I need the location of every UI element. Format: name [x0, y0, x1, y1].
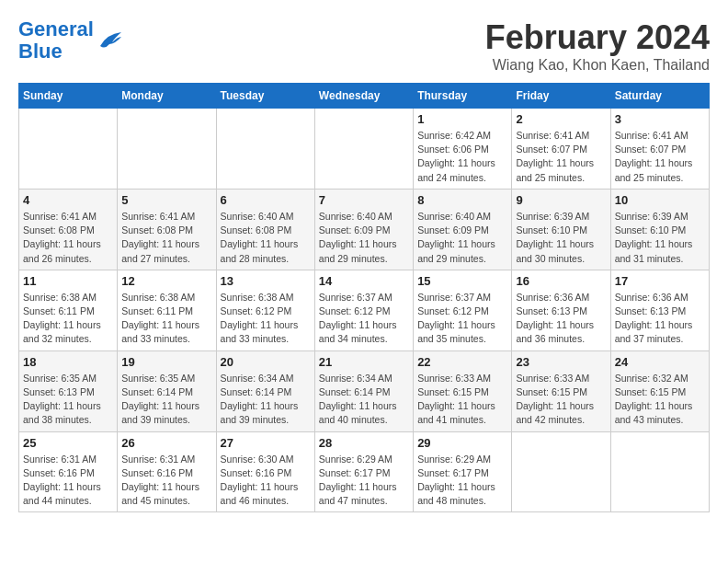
- weekday-header: Monday: [118, 84, 216, 109]
- month-title: February 2024: [485, 18, 710, 57]
- calendar-week-row: 25Sunrise: 6:31 AM Sunset: 6:16 PM Dayli…: [19, 431, 710, 512]
- calendar-cell: 9Sunrise: 6:39 AM Sunset: 6:10 PM Daylig…: [512, 189, 610, 270]
- day-number: 12: [121, 274, 211, 288]
- weekday-header: Thursday: [414, 84, 512, 109]
- day-info: Sunrise: 6:39 AM Sunset: 6:10 PM Dayligh…: [516, 210, 606, 266]
- calendar-cell: [610, 431, 709, 512]
- day-number: 27: [221, 436, 311, 450]
- calendar-cell: [216, 109, 314, 190]
- calendar-cell: 6Sunrise: 6:40 AM Sunset: 6:08 PM Daylig…: [216, 189, 314, 270]
- day-number: 29: [417, 436, 507, 450]
- day-number: 22: [417, 355, 507, 369]
- day-info: Sunrise: 6:41 AM Sunset: 6:08 PM Dayligh…: [23, 210, 113, 266]
- calendar-cell: 20Sunrise: 6:34 AM Sunset: 6:14 PM Dayli…: [216, 350, 314, 431]
- day-number: 20: [221, 355, 311, 369]
- day-info: Sunrise: 6:30 AM Sunset: 6:16 PM Dayligh…: [221, 453, 311, 509]
- day-number: 15: [417, 274, 507, 288]
- day-info: Sunrise: 6:31 AM Sunset: 6:16 PM Dayligh…: [121, 453, 211, 509]
- calendar-cell: [512, 431, 610, 512]
- day-info: Sunrise: 6:33 AM Sunset: 6:15 PM Dayligh…: [516, 372, 606, 428]
- day-info: Sunrise: 6:41 AM Sunset: 6:08 PM Dayligh…: [121, 210, 211, 266]
- calendar-cell: 27Sunrise: 6:30 AM Sunset: 6:16 PM Dayli…: [216, 431, 314, 512]
- day-number: 24: [615, 355, 705, 369]
- day-info: Sunrise: 6:36 AM Sunset: 6:13 PM Dayligh…: [516, 291, 606, 347]
- logo-bird-icon: [96, 29, 123, 52]
- calendar-cell: 8Sunrise: 6:40 AM Sunset: 6:09 PM Daylig…: [414, 189, 512, 270]
- day-number: 3: [615, 112, 705, 126]
- day-info: Sunrise: 6:38 AM Sunset: 6:11 PM Dayligh…: [121, 291, 211, 347]
- day-number: 10: [615, 193, 705, 207]
- calendar-cell: 16Sunrise: 6:36 AM Sunset: 6:13 PM Dayli…: [512, 270, 610, 350]
- calendar-cell: 1Sunrise: 6:42 AM Sunset: 6:06 PM Daylig…: [414, 109, 512, 190]
- calendar-cell: 19Sunrise: 6:35 AM Sunset: 6:14 PM Dayli…: [118, 350, 216, 431]
- calendar-cell: [19, 109, 118, 190]
- calendar-table: SundayMondayTuesdayWednesdayThursdayFrid…: [18, 83, 710, 512]
- title-block: February 2024 Wiang Kao, Khon Kaen, Thai…: [485, 18, 710, 74]
- weekday-header: Sunday: [19, 84, 118, 109]
- day-info: Sunrise: 6:42 AM Sunset: 6:06 PM Dayligh…: [417, 129, 507, 185]
- day-number: 8: [417, 193, 507, 207]
- calendar-cell: 14Sunrise: 6:37 AM Sunset: 6:12 PM Dayli…: [314, 270, 413, 350]
- calendar-cell: 23Sunrise: 6:33 AM Sunset: 6:15 PM Dayli…: [512, 350, 610, 431]
- day-info: Sunrise: 6:32 AM Sunset: 6:15 PM Dayligh…: [615, 372, 705, 428]
- calendar-cell: 2Sunrise: 6:41 AM Sunset: 6:07 PM Daylig…: [512, 109, 610, 190]
- day-info: Sunrise: 6:40 AM Sunset: 6:08 PM Dayligh…: [221, 210, 311, 266]
- calendar-cell: 24Sunrise: 6:32 AM Sunset: 6:15 PM Dayli…: [610, 350, 709, 431]
- day-number: 17: [615, 274, 705, 288]
- calendar-cell: 17Sunrise: 6:36 AM Sunset: 6:13 PM Dayli…: [610, 270, 709, 350]
- day-info: Sunrise: 6:29 AM Sunset: 6:17 PM Dayligh…: [417, 453, 507, 509]
- day-number: 7: [319, 193, 409, 207]
- calendar-week-row: 1Sunrise: 6:42 AM Sunset: 6:06 PM Daylig…: [19, 109, 710, 190]
- day-info: Sunrise: 6:29 AM Sunset: 6:17 PM Dayligh…: [319, 453, 409, 509]
- day-info: Sunrise: 6:31 AM Sunset: 6:16 PM Dayligh…: [23, 453, 113, 509]
- calendar-cell: 26Sunrise: 6:31 AM Sunset: 6:16 PM Dayli…: [118, 431, 216, 512]
- day-info: Sunrise: 6:33 AM Sunset: 6:15 PM Dayligh…: [417, 372, 507, 428]
- calendar-cell: 29Sunrise: 6:29 AM Sunset: 6:17 PM Dayli…: [414, 431, 512, 512]
- calendar-week-row: 11Sunrise: 6:38 AM Sunset: 6:11 PM Dayli…: [19, 270, 710, 350]
- weekday-header: Wednesday: [314, 84, 413, 109]
- logo: GeneralBlue: [18, 18, 123, 63]
- day-number: 19: [121, 355, 211, 369]
- calendar-cell: 7Sunrise: 6:40 AM Sunset: 6:09 PM Daylig…: [314, 189, 413, 270]
- day-number: 5: [121, 193, 211, 207]
- calendar-cell: [314, 109, 413, 190]
- calendar-cell: 12Sunrise: 6:38 AM Sunset: 6:11 PM Dayli…: [118, 270, 216, 350]
- calendar-cell: 11Sunrise: 6:38 AM Sunset: 6:11 PM Dayli…: [19, 270, 118, 350]
- calendar-cell: 10Sunrise: 6:39 AM Sunset: 6:10 PM Dayli…: [610, 189, 709, 270]
- day-info: Sunrise: 6:37 AM Sunset: 6:12 PM Dayligh…: [417, 291, 507, 347]
- day-info: Sunrise: 6:39 AM Sunset: 6:10 PM Dayligh…: [615, 210, 705, 266]
- calendar-cell: 15Sunrise: 6:37 AM Sunset: 6:12 PM Dayli…: [414, 270, 512, 350]
- calendar-cell: 13Sunrise: 6:38 AM Sunset: 6:12 PM Dayli…: [216, 270, 314, 350]
- calendar-cell: 5Sunrise: 6:41 AM Sunset: 6:08 PM Daylig…: [118, 189, 216, 270]
- day-info: Sunrise: 6:37 AM Sunset: 6:12 PM Dayligh…: [319, 291, 409, 347]
- day-info: Sunrise: 6:38 AM Sunset: 6:11 PM Dayligh…: [23, 291, 113, 347]
- day-number: 16: [516, 274, 606, 288]
- logo-text: GeneralBlue: [18, 18, 94, 63]
- location: Wiang Kao, Khon Kaen, Thailand: [485, 57, 710, 74]
- day-number: 6: [221, 193, 311, 207]
- day-info: Sunrise: 6:41 AM Sunset: 6:07 PM Dayligh…: [516, 129, 606, 185]
- day-number: 21: [319, 355, 409, 369]
- day-info: Sunrise: 6:34 AM Sunset: 6:14 PM Dayligh…: [221, 372, 311, 428]
- calendar-cell: 22Sunrise: 6:33 AM Sunset: 6:15 PM Dayli…: [414, 350, 512, 431]
- day-info: Sunrise: 6:34 AM Sunset: 6:14 PM Dayligh…: [319, 372, 409, 428]
- day-number: 25: [23, 436, 113, 450]
- day-info: Sunrise: 6:40 AM Sunset: 6:09 PM Dayligh…: [417, 210, 507, 266]
- header-row: SundayMondayTuesdayWednesdayThursdayFrid…: [19, 84, 710, 109]
- day-number: 23: [516, 355, 606, 369]
- calendar-cell: 21Sunrise: 6:34 AM Sunset: 6:14 PM Dayli…: [314, 350, 413, 431]
- day-number: 1: [417, 112, 507, 126]
- calendar-cell: 18Sunrise: 6:35 AM Sunset: 6:13 PM Dayli…: [19, 350, 118, 431]
- calendar-week-row: 4Sunrise: 6:41 AM Sunset: 6:08 PM Daylig…: [19, 189, 710, 270]
- day-info: Sunrise: 6:41 AM Sunset: 6:07 PM Dayligh…: [615, 129, 705, 185]
- weekday-header: Tuesday: [216, 84, 314, 109]
- day-number: 4: [23, 193, 113, 207]
- day-number: 9: [516, 193, 606, 207]
- weekday-header: Friday: [512, 84, 610, 109]
- day-info: Sunrise: 6:35 AM Sunset: 6:13 PM Dayligh…: [23, 372, 113, 428]
- day-info: Sunrise: 6:40 AM Sunset: 6:09 PM Dayligh…: [319, 210, 409, 266]
- day-number: 2: [516, 112, 606, 126]
- day-number: 13: [221, 274, 311, 288]
- day-number: 28: [319, 436, 409, 450]
- day-info: Sunrise: 6:38 AM Sunset: 6:12 PM Dayligh…: [221, 291, 311, 347]
